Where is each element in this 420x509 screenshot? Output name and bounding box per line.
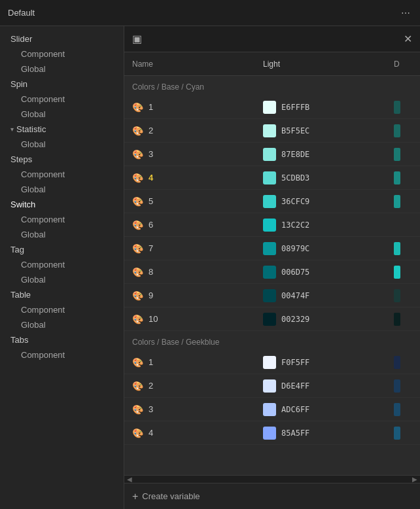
color-hex: 85A5FF: [281, 429, 309, 438]
row-name-8: 🎨 8: [132, 267, 263, 277]
sidebar-item-spin-component[interactable]: Component: [0, 92, 124, 107]
row-dark-gb4: [394, 427, 412, 440]
sidebar-item-tag[interactable]: Tag: [0, 242, 124, 257]
row-light-2: B5F5EC: [263, 124, 394, 137]
row-light-gb3: ADC6FF: [263, 403, 394, 416]
color-swatch: [263, 379, 276, 393]
color-hex: 002329: [281, 315, 309, 324]
sidebar-item-steps[interactable]: Steps: [0, 152, 124, 167]
table-row[interactable]: 🎨 8 006D75: [124, 260, 420, 284]
row-dark-6: [394, 219, 412, 232]
row-dark-8: [394, 266, 412, 279]
dark-swatch: [394, 379, 400, 393]
color-swatch: [263, 427, 276, 440]
row-light-3: 87E8DE: [263, 148, 394, 161]
row-light-4: 5CDBD3: [263, 171, 394, 184]
table-row[interactable]: 🎨 9 00474F: [124, 284, 420, 307]
color-swatch: [263, 101, 276, 114]
table-row[interactable]: 🎨 1 F0F5FF: [124, 351, 420, 374]
sidebar-item-tabs[interactable]: Tabs: [0, 332, 124, 347]
table-row[interactable]: 🎨 3 ADC6FF: [124, 398, 420, 421]
dark-swatch: [394, 242, 400, 255]
sidebar-item-statistic-global[interactable]: Global: [0, 137, 124, 152]
row-dark-1: [394, 101, 412, 114]
color-swatch: [263, 242, 276, 255]
sidebar-item-slider-component[interactable]: Component: [0, 46, 124, 61]
sidebar-item-table[interactable]: Table: [0, 287, 124, 302]
sidebar-item-table-global[interactable]: Global: [0, 317, 124, 332]
row-light-8: 006D75: [263, 266, 394, 279]
top-bar-icons: ⋯: [399, 7, 412, 20]
color-hex: 5CDBD3: [281, 173, 309, 183]
dark-swatch: [394, 219, 400, 232]
color-swatch: [263, 148, 276, 161]
sidebar-item-spin-global[interactable]: Global: [0, 107, 124, 122]
color-hex: 08979C: [281, 244, 309, 253]
section-header-cyan: Colors / Base / Cyan: [124, 76, 420, 96]
scroll-left-arrow[interactable]: ◀: [127, 476, 132, 483]
row-light-gb4: 85A5FF: [263, 427, 394, 440]
table-row[interactable]: 🎨 1 E6FFFB: [124, 96, 420, 119]
more-options-button[interactable]: ⋯: [399, 7, 412, 20]
row-dark-2: [394, 124, 412, 137]
sidebar-item-tabs-component[interactable]: Component: [0, 347, 124, 362]
table-row[interactable]: 🎨 2 B5F5EC: [124, 119, 420, 143]
row-dark-7: [394, 242, 412, 255]
sidebar-item-tag-global[interactable]: Global: [0, 272, 124, 287]
sidebar-item-table-component[interactable]: Component: [0, 302, 124, 317]
sidebar-item-switch-component[interactable]: Component: [0, 212, 124, 227]
sidebar-item-spin[interactable]: Spin: [0, 77, 124, 92]
color-hex: F0F5FF: [281, 358, 309, 367]
row-dark-9: [394, 289, 412, 302]
row-light-7: 08979C: [263, 242, 394, 255]
sidebar-item-steps-component[interactable]: Component: [0, 167, 124, 182]
row-number: 3: [149, 404, 153, 414]
palette-icon: 🎨: [132, 196, 143, 207]
row-name-6: 🎨 6: [132, 220, 263, 230]
table-row[interactable]: 🎨 7 08979C: [124, 237, 420, 260]
sidebar-item-switch[interactable]: Switch: [0, 197, 124, 212]
sidebar-item-steps-global[interactable]: Global: [0, 182, 124, 197]
row-light-5: 36CFC9: [263, 195, 394, 208]
table-row[interactable]: 🎨 4 5CDBD3: [124, 166, 420, 190]
sidebar-item-slider-global[interactable]: Global: [0, 61, 124, 77]
table-row[interactable]: 🎨 10 002329: [124, 307, 420, 331]
create-variable-bar[interactable]: + Create variable: [124, 483, 420, 509]
color-swatch: [263, 403, 276, 416]
row-dark-gb1: [394, 356, 412, 369]
row-dark-3: [394, 148, 412, 161]
table-row[interactable]: 🎨 3 87E8DE: [124, 143, 420, 166]
table-row[interactable]: 🎨 6 13C2C2: [124, 213, 420, 237]
color-swatch: [263, 313, 276, 326]
col-header-dark: D: [394, 60, 400, 69]
sidebar-item-switch-global[interactable]: Global: [0, 227, 124, 242]
sidebar-item-slider[interactable]: Slider: [0, 31, 124, 46]
palette-icon: 🎨: [132, 149, 143, 160]
row-number-highlighted: 4: [149, 173, 153, 183]
color-swatch: [263, 266, 276, 279]
sidebar-item-tag-component[interactable]: Component: [0, 257, 124, 272]
row-name-2: 🎨 2: [132, 126, 263, 136]
table-row[interactable]: 🎨 2 D6E4FF: [124, 374, 420, 398]
row-name-7: 🎨 7: [132, 243, 263, 254]
color-hex: 36CFC9: [281, 197, 309, 206]
row-number: 7: [149, 243, 153, 253]
table-row[interactable]: 🎨 4 85A5FF: [124, 421, 420, 445]
collection-title: Default: [8, 8, 399, 18]
color-swatch: [263, 289, 276, 302]
table-row[interactable]: 🎨 5 36CFC9: [124, 190, 420, 213]
color-hex: 87E8DE: [281, 150, 309, 159]
dark-swatch: [394, 289, 400, 302]
palette-icon: 🎨: [132, 267, 143, 277]
sidebar-item-statistic[interactable]: ▾ Statistic: [0, 122, 124, 137]
row-name-gb2: 🎨 2: [132, 381, 263, 391]
close-button[interactable]: ✕: [404, 33, 412, 45]
color-swatch: [263, 171, 276, 184]
color-hex: 13C2C2: [281, 220, 309, 230]
scroll-right-arrow[interactable]: ▶: [412, 476, 417, 483]
row-dark-gb3: [394, 403, 412, 416]
row-dark-4: [394, 171, 412, 184]
column-headers: Name Light D: [124, 52, 420, 76]
palette-icon: 🎨: [132, 220, 143, 230]
row-light-gb1: F0F5FF: [263, 356, 394, 369]
